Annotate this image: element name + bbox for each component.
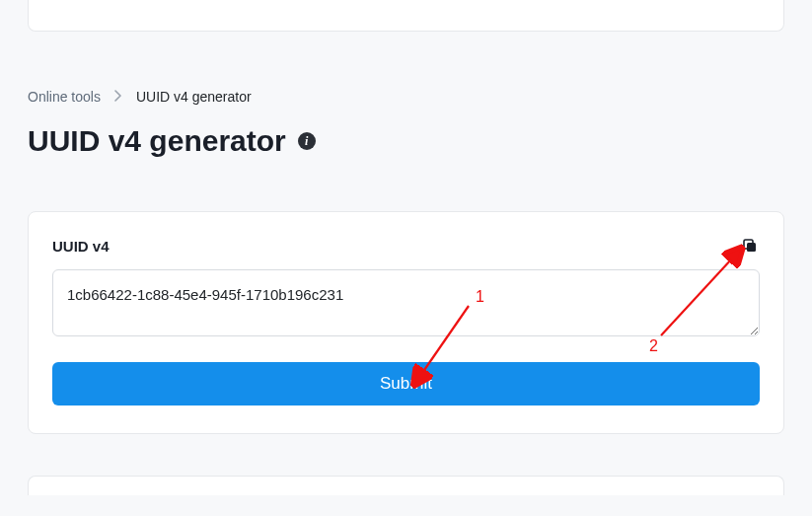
breadcrumb: Online tools UUID v4 generator	[28, 89, 784, 105]
page-title: UUID v4 generator	[28, 124, 286, 158]
copy-icon	[742, 238, 758, 254]
chevron-right-icon	[114, 89, 122, 105]
svg-rect-0	[747, 243, 756, 252]
uuid-output[interactable]	[52, 269, 760, 336]
info-icon[interactable]: i	[298, 132, 316, 150]
previous-card-bottom	[28, 0, 784, 32]
generator-card: UUID v4 Submit	[28, 211, 784, 434]
copy-button[interactable]	[740, 236, 760, 256]
breadcrumb-current: UUID v4 generator	[136, 89, 252, 105]
page-title-row: UUID v4 generator i	[28, 124, 784, 158]
next-card-top	[28, 476, 784, 495]
breadcrumb-root-link[interactable]: Online tools	[28, 89, 101, 105]
uuid-field-label: UUID v4	[52, 238, 110, 255]
field-header: UUID v4	[52, 236, 760, 256]
submit-button[interactable]: Submit	[52, 362, 760, 405]
